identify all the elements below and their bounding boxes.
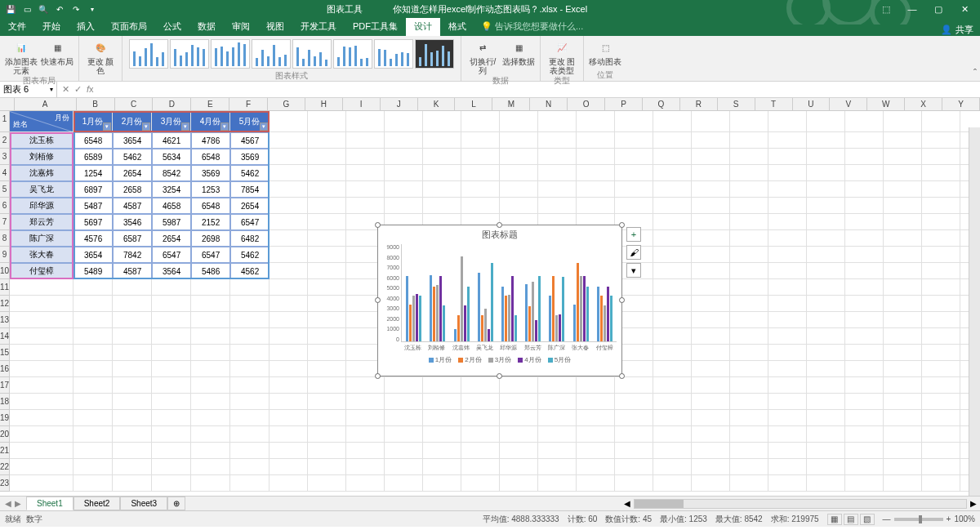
cell[interactable]	[461, 443, 500, 459]
cell[interactable]	[74, 426, 113, 443]
cell[interactable]	[922, 181, 960, 198]
cell[interactable]	[922, 459, 960, 475]
cell[interactable]: 3569	[230, 149, 270, 165]
cell[interactable]	[845, 263, 884, 279]
cell[interactable]	[884, 410, 922, 426]
cell[interactable]	[308, 377, 346, 394]
cell[interactable]	[653, 263, 692, 279]
cell[interactable]	[768, 132, 807, 149]
cell[interactable]	[807, 263, 845, 279]
cell[interactable]	[10, 296, 74, 312]
cell[interactable]	[922, 475, 960, 492]
cell[interactable]: 4567	[230, 132, 270, 149]
cell[interactable]	[768, 165, 807, 181]
resize-handle[interactable]	[497, 373, 502, 379]
cell[interactable]	[768, 394, 807, 410]
cell[interactable]	[807, 475, 845, 492]
cell[interactable]	[807, 198, 845, 214]
cell[interactable]	[845, 279, 884, 296]
cell[interactable]	[692, 149, 730, 165]
cell[interactable]	[653, 279, 692, 296]
cell[interactable]	[653, 214, 692, 230]
row-header[interactable]: 3	[0, 149, 10, 165]
cell[interactable]: 7842	[113, 247, 152, 263]
page-break-view-button[interactable]: ▧	[860, 514, 875, 525]
cell[interactable]: 5462	[113, 149, 152, 165]
embedded-chart[interactable]: 图表标题 90008000700060005000400030002000100…	[377, 225, 622, 376]
cell[interactable]	[423, 149, 461, 165]
cell[interactable]	[385, 132, 423, 149]
cell[interactable]: 5462	[230, 165, 270, 181]
row-header[interactable]: 18	[0, 394, 10, 410]
cell[interactable]	[10, 328, 74, 345]
cell[interactable]: 6548	[191, 198, 230, 214]
cell[interactable]	[270, 263, 308, 279]
cell[interactable]	[152, 345, 191, 361]
cell[interactable]	[308, 328, 346, 345]
cell[interactable]	[191, 328, 230, 345]
cell[interactable]	[577, 149, 615, 165]
cell[interactable]	[884, 198, 922, 214]
zoom-out-button[interactable]: —	[883, 514, 891, 523]
cell[interactable]	[308, 312, 346, 328]
chart-style-thumb[interactable]	[333, 39, 372, 69]
cell[interactable]	[577, 165, 615, 181]
cell[interactable]	[308, 132, 346, 149]
cell[interactable]	[807, 361, 845, 377]
cell[interactable]	[113, 279, 152, 296]
cancel-formula-icon[interactable]: ✕	[62, 84, 69, 95]
column-header[interactable]: S	[718, 98, 755, 110]
cell[interactable]	[113, 361, 152, 377]
ribbon-tab[interactable]: 设计	[406, 17, 440, 36]
cell[interactable]	[346, 443, 385, 459]
cell[interactable]	[768, 426, 807, 443]
cell[interactable]	[346, 410, 385, 426]
cell[interactable]	[653, 132, 692, 149]
cell[interactable]	[692, 394, 730, 410]
cell[interactable]	[807, 459, 845, 475]
cell[interactable]	[577, 377, 615, 394]
cell[interactable]	[230, 328, 270, 345]
cell[interactable]	[730, 149, 768, 165]
cell[interactable]	[191, 296, 230, 312]
cell[interactable]	[807, 230, 845, 247]
cell[interactable]	[807, 111, 845, 132]
cell[interactable]	[807, 247, 845, 263]
cell[interactable]	[191, 459, 230, 475]
cell[interactable]	[74, 394, 113, 410]
cell[interactable]	[346, 132, 385, 149]
cell[interactable]	[653, 181, 692, 198]
cell[interactable]	[74, 361, 113, 377]
cell[interactable]: 3月份▾	[152, 111, 191, 132]
cell[interactable]	[730, 426, 768, 443]
cell[interactable]	[653, 149, 692, 165]
cell[interactable]	[768, 410, 807, 426]
cell[interactable]: 4587	[113, 198, 152, 214]
ribbon-tab[interactable]: 审阅	[224, 17, 258, 36]
cell[interactable]	[768, 296, 807, 312]
cell[interactable]	[730, 132, 768, 149]
cell[interactable]: 6547	[152, 247, 191, 263]
cell[interactable]	[807, 214, 845, 230]
cell[interactable]	[922, 443, 960, 459]
cell[interactable]: 3654	[74, 247, 113, 263]
cell[interactable]	[922, 230, 960, 247]
row-header[interactable]: 12	[0, 296, 10, 312]
cell[interactable]: 3564	[152, 263, 191, 279]
cell[interactable]	[884, 426, 922, 443]
cell[interactable]	[845, 247, 884, 263]
cell[interactable]: 邱华源	[10, 198, 74, 214]
cell[interactable]	[730, 263, 768, 279]
cell[interactable]	[10, 361, 74, 377]
cell[interactable]	[884, 475, 922, 492]
cell[interactable]	[191, 312, 230, 328]
save-icon[interactable]: 💾	[5, 3, 16, 15]
cell[interactable]	[230, 312, 270, 328]
cell[interactable]	[884, 296, 922, 312]
cell[interactable]	[230, 345, 270, 361]
cell[interactable]	[191, 394, 230, 410]
cell[interactable]	[922, 279, 960, 296]
cell[interactable]	[884, 111, 922, 132]
resize-handle[interactable]	[619, 373, 625, 379]
cell[interactable]	[385, 165, 423, 181]
